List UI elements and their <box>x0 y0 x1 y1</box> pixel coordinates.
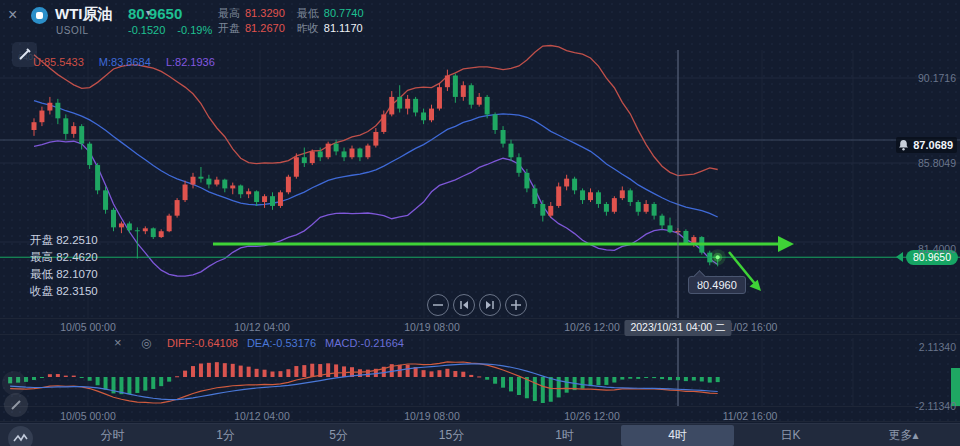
stat-value: 81.1170 <box>324 22 363 34</box>
macd-settings-icon[interactable]: ◎ <box>141 336 151 350</box>
macd-scale-max: 2.11340 <box>919 341 956 353</box>
plus-icon <box>506 295 526 315</box>
skip-back-icon <box>454 295 474 315</box>
timeframe-bar: 分时1分5分15分1时4时日K更多▴ <box>0 423 960 446</box>
macd-x-axis-label: 10/12 04:00 <box>234 410 289 422</box>
stats-row: 最高81.3290最低80.7740 <box>218 6 388 21</box>
macd-x-axis-label: 11/02 16:00 <box>723 410 778 422</box>
bell-icon <box>898 139 909 151</box>
ohlc-tooltip: 开盘 82.2510最高 82.4620最低 82.1070收盘 82.3150 <box>30 232 98 300</box>
price-annotation-tooltip: 80.4960 <box>688 276 746 294</box>
chart-type-icon[interactable] <box>8 426 33 446</box>
ohlc-row: 开盘 82.2510 <box>30 232 98 249</box>
stat-label: 开盘 <box>218 22 240 34</box>
x-axis-label: 10/19 08:00 <box>404 321 459 333</box>
timeframe-tab-6[interactable]: 4时 <box>621 425 734 446</box>
timeframe-tab-3[interactable]: 5分 <box>282 425 395 446</box>
symbol-code: USOIL <box>56 25 89 36</box>
timeframe-tab-8[interactable]: 更多▴ <box>847 425 960 446</box>
price-alert-label[interactable]: 87.0689 <box>896 137 957 153</box>
trading-chart-app: × WTI原油 ▾ USOIL 80.9650 -0.1520-0.19% 最高… <box>0 0 960 446</box>
symbol-icon <box>31 7 48 24</box>
macd-indicator-value: DIFF:-0.64108 <box>167 337 238 349</box>
skip-forward-icon <box>480 295 500 315</box>
stat-label: 最高 <box>218 7 240 19</box>
boll-upper-value: U:85.5433 <box>33 56 84 68</box>
current-price-pill-tip <box>896 252 903 262</box>
macd-values: DIFF:-0.64108DEA:-0.53176MACD:-0.21664 <box>167 337 413 349</box>
stat-value: 81.3290 <box>245 7 285 19</box>
x-axis-label: 10/05 00:00 <box>60 321 115 333</box>
price-change: -0.1520-0.19% <box>128 24 224 36</box>
x-axis-label: 10/12 04:00 <box>234 321 289 333</box>
symbol-name[interactable]: WTI原油 <box>55 5 113 24</box>
pan-left-button[interactable] <box>453 294 475 316</box>
y-axis-tick: 85.8049 <box>918 157 956 169</box>
timeframe-tab-5[interactable]: 1时 <box>508 425 621 446</box>
close-icon[interactable]: × <box>8 6 17 24</box>
floating-tool-button[interactable] <box>2 371 26 395</box>
y-axis-tick: 81.4000 <box>918 243 956 255</box>
crosshair-time-label: 2023/10/31 04:00 二 <box>624 320 731 336</box>
change-percent: -0.19% <box>177 24 212 36</box>
boll-middle-value: M:83.8684 <box>99 56 151 68</box>
ohlc-row: 最低 82.1070 <box>30 266 98 283</box>
zoom-out-button[interactable] <box>427 294 449 316</box>
timeframe-tab-4[interactable]: 15分 <box>395 425 508 446</box>
stats-row: 开盘81.2670昨收81.1170 <box>218 21 388 36</box>
change-value: -0.1520 <box>128 24 165 36</box>
x-axis-label: 10/26 12:00 <box>564 321 619 333</box>
timeframe-tab-7[interactable]: 日K <box>734 425 847 446</box>
ohlc-row: 收盘 82.3150 <box>30 283 98 300</box>
macd-x-axis-label: 10/05 00:00 <box>60 410 115 422</box>
pan-right-button[interactable] <box>479 294 501 316</box>
boll-lower-value: L:82.1936 <box>166 56 215 68</box>
pencil-icon <box>4 393 28 417</box>
stat-value: 80.7740 <box>324 7 364 19</box>
bollinger-values: U:85.5433 M:83.8684 L:82.1936 <box>33 56 227 68</box>
ohlc-row: 最高 82.4620 <box>30 249 98 266</box>
macd-indicator-value: DEA:-0.53176 <box>247 337 316 349</box>
timeframe-tabs: 分时1分5分15分1时4时日K更多▴ <box>56 424 960 446</box>
last-price: 80.9650 <box>128 5 182 22</box>
timeframe-tab-1[interactable]: 分时 <box>56 425 169 446</box>
macd-scale-min: -2.11340 <box>915 400 956 412</box>
macd-close-icon[interactable]: × <box>114 335 122 350</box>
timeframe-tab-2[interactable]: 1分 <box>169 425 282 446</box>
daily-stats: 最高81.3290最低80.7740开盘81.2670昨收81.1170 <box>218 6 388 36</box>
floating-pencil-button[interactable] <box>4 393 28 417</box>
minus-icon <box>428 295 448 315</box>
macd-indicator-value: MACD:-0.21664 <box>325 337 404 349</box>
stat-value: 81.2670 <box>245 22 285 34</box>
alert-price: 87.0689 <box>913 139 953 151</box>
stat-label: 最低 <box>297 7 319 19</box>
stat-label: 昨收 <box>297 22 319 34</box>
macd-x-axis-label: 10/26 12:00 <box>564 410 619 422</box>
y-axis-tick: 90.1716 <box>918 72 956 84</box>
macd-x-axis-label: 10/19 08:00 <box>404 410 459 422</box>
zoom-in-button[interactable] <box>505 294 527 316</box>
